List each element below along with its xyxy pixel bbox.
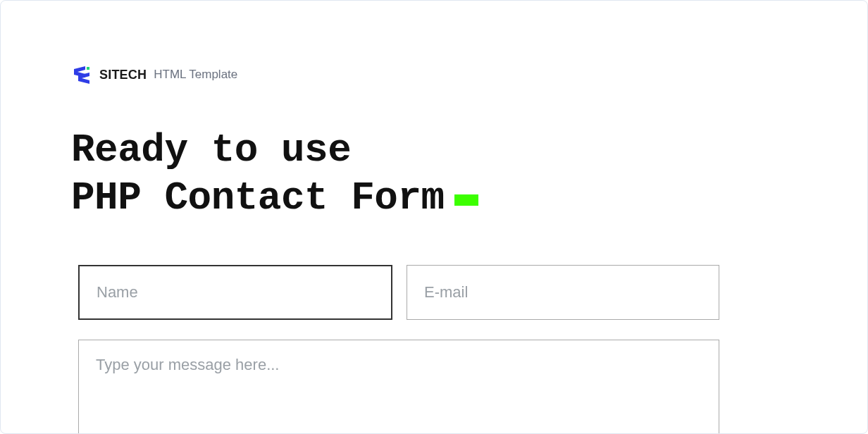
content-area: SITECH HTML Template Ready to use PHP Co… xyxy=(1,1,867,434)
message-textarea[interactable] xyxy=(78,340,719,434)
brand-name: SITECH xyxy=(99,68,147,82)
name-input[interactable] xyxy=(78,265,392,320)
headline-line-2: PHP Contact Form xyxy=(71,175,445,221)
cursor-accent-icon xyxy=(454,194,478,206)
brand-subtitle: HTML Template xyxy=(154,68,237,82)
headline-line-1: Ready to use xyxy=(71,128,351,173)
page-headline: Ready to use PHP Contact Form xyxy=(71,126,797,223)
brand-row: SITECH HTML Template xyxy=(71,64,797,85)
form-row-message xyxy=(71,340,797,434)
brand-logo-icon xyxy=(71,64,92,85)
email-input[interactable] xyxy=(407,265,719,320)
form-row-top xyxy=(71,265,797,320)
svg-rect-0 xyxy=(87,67,89,70)
